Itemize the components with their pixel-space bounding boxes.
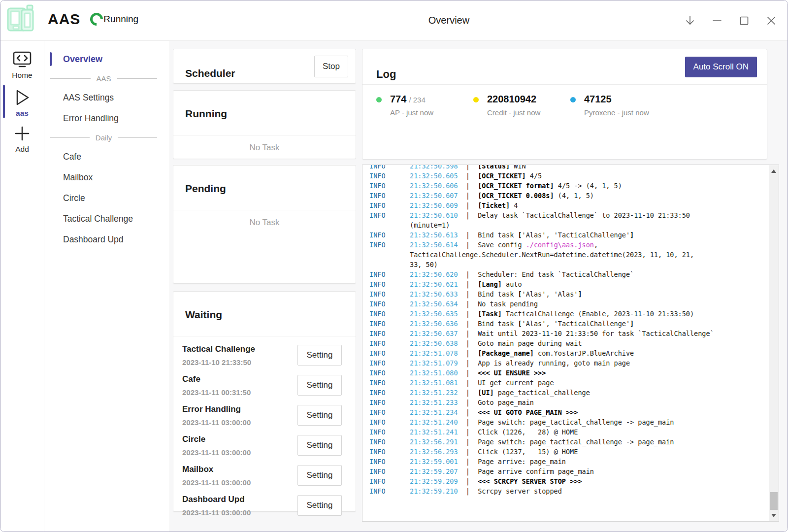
log-level: INFO <box>369 299 410 309</box>
log-line: INFO21:32:59.209 | <<< SCRCPY SERVER STO… <box>369 476 759 486</box>
log-level: INFO <box>369 486 410 496</box>
log-separator: | <box>458 359 478 367</box>
log-message: [OCR_TICKET format] 4/5 -> (4, 1, 5) <box>478 182 622 190</box>
task-next-run-time: 2023-11-11 03:00:00 <box>182 478 297 487</box>
stop-button[interactable]: Stop <box>314 56 348 77</box>
log-scrollbar[interactable] <box>769 165 779 521</box>
close-button[interactable] <box>765 14 778 27</box>
log-separator: | <box>458 165 478 170</box>
task-setting-button[interactable]: Setting <box>297 465 342 486</box>
log-line: INFO21:32:56.293 | Click (1237, 15) @ HO… <box>369 447 759 457</box>
log-separator: | <box>458 310 478 318</box>
app-window: AAS Running Overview <box>0 0 788 532</box>
auto-scroll-button[interactable]: Auto Scroll ON <box>685 57 757 77</box>
log-message: No task pending <box>478 300 538 308</box>
task-setting-button[interactable]: Setting <box>297 375 342 396</box>
rail-item-aas[interactable]: aas <box>0 89 44 118</box>
scroll-up-button[interactable] <box>769 166 779 176</box>
log-line: INFO21:32:50.621 | [Lang] auto <box>369 279 759 289</box>
log-message: Bind task ['Alas', 'TacticalChallenge'] <box>478 320 634 328</box>
minimize-button[interactable] <box>711 14 723 27</box>
rail-label-add: Add <box>15 145 29 154</box>
scroll-down-button[interactable] <box>769 510 779 520</box>
sidebar-item[interactable]: Cafe <box>44 146 169 167</box>
log-timestamp: 21:32:51.079 <box>410 359 458 367</box>
scheduler-title: Scheduler <box>185 67 235 79</box>
log-message: Bind task ['Alas', 'TacticalChallenge'] <box>478 231 634 239</box>
divider-line <box>50 78 91 79</box>
task-setting-button[interactable]: Setting <box>297 495 342 516</box>
log-timestamp: 21:32:50.620 <box>410 270 458 278</box>
sidebar-item[interactable]: Dashboard Upd <box>44 229 169 250</box>
waiting-task-row: Mailbox 2023-11-11 03:00:00 Setting <box>182 461 342 491</box>
play-icon <box>13 89 31 106</box>
task-next-run-time: 2023-11-11 03:00:00 <box>182 418 297 427</box>
log-line: INFO21:32:50.609 | [Ticket] 4 <box>369 200 759 210</box>
task-setting-button[interactable]: Setting <box>297 435 342 456</box>
update-download-button[interactable] <box>684 14 696 27</box>
log-level: INFO <box>369 417 410 427</box>
log-separator: | <box>458 280 478 288</box>
log-level: INFO <box>369 269 410 279</box>
log-level: INFO <box>369 191 410 200</box>
sidebar-item[interactable]: AAS Settings <box>44 87 169 108</box>
sidebar-item[interactable]: Mailbox <box>44 167 169 188</box>
task-setting-button[interactable]: Setting <box>297 405 342 426</box>
log-line: INFO21:32:50.633 | Bind task ['Alas', 'A… <box>369 289 759 299</box>
log-message: Wait until 2023-11-10 21:33:50 for task … <box>478 330 714 337</box>
log-line: INFO21:32:51.233 | Goto page_main <box>369 398 759 407</box>
task-name: Tactical Challenge <box>182 344 297 354</box>
log-message: Page arrive: page_main <box>478 458 566 466</box>
task-setting-button[interactable]: Setting <box>297 345 342 366</box>
log-line: INFO21:32:51.079 | App is already runnin… <box>369 358 759 368</box>
sidebar-item[interactable]: Tactical Challenge <box>44 208 169 229</box>
log-message: <<< SCRCPY SERVER STOP >>> <box>478 477 582 485</box>
maximize-icon <box>738 14 751 27</box>
log-timestamp: 21:32:59.207 <box>410 467 458 475</box>
log-timestamp: 21:32:51.240 <box>410 418 458 426</box>
maximize-button[interactable] <box>738 14 751 27</box>
waiting-title: Waiting <box>185 309 344 321</box>
log-level: INFO <box>369 437 410 447</box>
sidebar-item[interactable]: Overview <box>44 49 169 69</box>
dashboard-stat: 47125 Pyroxene - just now <box>570 94 667 117</box>
log-title: Log <box>376 68 396 81</box>
log-timestamp: 21:32:50.605 <box>410 172 458 180</box>
log-message: [Ticket] 4 <box>478 201 518 209</box>
home-code-monitor-icon <box>12 51 32 68</box>
task-next-run-time: 2023-11-10 21:33:50 <box>182 358 297 366</box>
brand: AAS Running <box>5 4 138 34</box>
log-timestamp: 21:32:51.234 <box>410 408 458 416</box>
log-line: INFO21:32:50.635 | [Task] TacticalChalle… <box>369 309 759 319</box>
log-line: INFO21:32:50.605 | [OCR_TICKET] 4/5 <box>369 171 759 181</box>
sidebar-item[interactable]: Error Handling <box>44 108 169 129</box>
scrollbar-thumb[interactable] <box>770 492 778 510</box>
task-info: Dashboard Upd 2023-11-11 03:00:00 <box>182 495 297 517</box>
rail-item-add[interactable]: Add <box>0 125 44 154</box>
log-level: INFO <box>369 338 410 348</box>
log-message: Page switch: page_tactical_challenge -> … <box>478 418 674 426</box>
log-separator: | <box>458 389 478 397</box>
section-label: AAS <box>97 74 111 83</box>
log-timestamp: 21:32:50.621 <box>410 280 458 288</box>
active-indicator <box>3 85 5 118</box>
rail-item-home[interactable]: Home <box>0 51 44 80</box>
sidebar-item-label: Cafe <box>63 152 81 162</box>
sidebar-item-label: Dashboard Upd <box>63 234 124 245</box>
log-message: Goto page_main <box>478 399 534 406</box>
log-separator: | <box>458 408 478 416</box>
stat-suffix: / 234 <box>409 96 425 104</box>
log-message: [OCR_TICKET] 4/5 <box>478 172 542 180</box>
log-line: INFO21:32:50.606 | [OCR_TICKET format] 4… <box>369 181 759 191</box>
waiting-task-row: Error Handling 2023-11-11 03:00:00 Setti… <box>182 400 342 431</box>
log-line: INFO21:32:56.291 | Page switch: page_tac… <box>369 437 759 447</box>
log-timestamp: 21:32:59.001 <box>410 458 458 466</box>
log-level: INFO <box>369 427 410 437</box>
log-level: INFO <box>369 289 410 299</box>
app-logo-icon <box>5 4 37 34</box>
log-message: Scrcpy server stopped <box>478 487 562 495</box>
log-level: INFO <box>369 348 410 358</box>
sidebar-item[interactable]: Circle <box>44 188 169 208</box>
pending-panel: Pending No Task <box>173 165 356 284</box>
log-console[interactable]: INFO21:32:50.598 | [Status] WIN INFO21:3… <box>362 165 779 522</box>
